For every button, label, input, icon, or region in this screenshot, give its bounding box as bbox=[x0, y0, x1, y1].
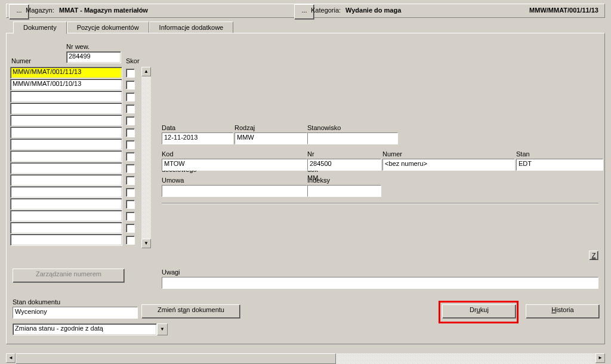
list-scrollbar[interactable]: ▲ ▼ bbox=[141, 67, 151, 248]
scroll-left-icon[interactable]: ◄ bbox=[6, 353, 16, 363]
skor-checkbox[interactable] bbox=[126, 104, 135, 113]
magazyn-label: Magazyn: bbox=[26, 7, 54, 14]
nrwew-mm-field[interactable]: 284500 bbox=[307, 159, 381, 171]
indeksy-field[interactable] bbox=[307, 185, 381, 197]
numer-row[interactable] bbox=[10, 91, 122, 103]
numer-row[interactable] bbox=[10, 150, 122, 162]
historia-button[interactable]: Historia bbox=[526, 304, 600, 319]
skor-checkbox[interactable] bbox=[126, 116, 135, 125]
uwagi-label: Uwagi bbox=[162, 269, 180, 276]
historia-label: Historia bbox=[551, 306, 573, 313]
umowa-field[interactable] bbox=[162, 185, 307, 197]
numer-row[interactable] bbox=[10, 127, 122, 138]
numer-mm-field[interactable]: <bez numeru> bbox=[382, 159, 515, 171]
zmiana-stanu-value: Zmiana stanu - zgodnie z datą bbox=[13, 323, 157, 335]
nrwew-label: Nr wew. bbox=[66, 43, 90, 51]
skor-checkbox[interactable] bbox=[126, 140, 135, 149]
numer-row[interactable] bbox=[10, 198, 122, 210]
tab-informacje[interactable]: Informacje dodatkowe bbox=[149, 21, 234, 33]
skor-label: Skor bbox=[126, 57, 140, 65]
skor-checkbox[interactable] bbox=[126, 212, 135, 221]
skor-checkbox[interactable] bbox=[126, 224, 135, 233]
uwagi-field[interactable] bbox=[162, 277, 598, 289]
stanowisko-field[interactable] bbox=[307, 132, 398, 144]
scroll-up-icon[interactable]: ▲ bbox=[141, 67, 151, 76]
zmiana-stanu-dropdown[interactable]: Zmiana stanu - zgodnie z datą ▼ bbox=[13, 323, 168, 335]
skor-checkbox[interactable] bbox=[126, 92, 135, 101]
skor-checkbox[interactable] bbox=[126, 176, 135, 185]
scroll-down-icon[interactable]: ▼ bbox=[141, 239, 151, 248]
skor-checkbox[interactable] bbox=[126, 200, 135, 209]
zmien-stan-label: Zmień stan dokumentu bbox=[158, 306, 224, 313]
chevron-down-icon[interactable]: ▼ bbox=[157, 323, 168, 335]
umowa-label: Umowa bbox=[162, 177, 184, 184]
zmien-stan-button[interactable]: Zmień stan dokumentu bbox=[141, 304, 240, 319]
stan-dok-label: Stan dokumentu bbox=[13, 298, 60, 306]
tab-dokumenty[interactable]: Dokumenty bbox=[13, 21, 67, 34]
tab-strip: Dokumenty Pozycje dokumentów Informacje … bbox=[13, 21, 233, 33]
numer-row[interactable] bbox=[10, 222, 122, 234]
rodzaj-field[interactable]: MMW bbox=[234, 132, 307, 144]
kategoria-value: Wydanie do maga bbox=[345, 7, 401, 14]
data-wyst-field[interactable]: 12-11-2013 bbox=[162, 132, 233, 144]
stan-dok-field[interactable]: Wyceniony bbox=[13, 307, 138, 319]
numer-row[interactable] bbox=[10, 103, 122, 115]
tab-pozycje[interactable]: Pozycje dokumentów bbox=[67, 21, 149, 33]
skor-checkbox[interactable] bbox=[126, 69, 135, 78]
stan-mm-field[interactable]: EDT bbox=[516, 159, 603, 171]
skor-checkbox[interactable] bbox=[126, 236, 135, 245]
z-button-label: Z bbox=[592, 252, 596, 259]
kod-mag-field[interactable]: MTOW bbox=[162, 159, 307, 171]
skor-checkbox[interactable] bbox=[126, 128, 135, 137]
numer-row[interactable] bbox=[10, 186, 122, 198]
z-button[interactable]: Z bbox=[589, 251, 598, 260]
numer-row[interactable] bbox=[10, 174, 122, 186]
numer-row[interactable] bbox=[10, 210, 122, 222]
numer-row[interactable] bbox=[10, 162, 122, 174]
skor-checkbox[interactable] bbox=[126, 164, 135, 173]
doc-number: MMW/MMAT/001/11/13 bbox=[529, 7, 598, 14]
nrwew-field[interactable]: 284499 bbox=[66, 51, 121, 63]
numer-row[interactable] bbox=[10, 115, 122, 127]
numer-label: Numer bbox=[11, 57, 31, 65]
numer-row[interactable] bbox=[10, 234, 122, 246]
magazyn-value: MMAT - Magazyn materiałów bbox=[59, 7, 148, 14]
skor-checkbox[interactable] bbox=[126, 188, 135, 197]
numer-row[interactable]: MMW/MMAT/001/10/13 bbox=[10, 79, 122, 91]
skor-checkbox[interactable] bbox=[126, 152, 135, 161]
kategoria-label: Kategoria: bbox=[311, 7, 341, 14]
tab-body: Numer Nr wew. 284499 Skor MMW/MMAT/001/1… bbox=[6, 33, 605, 344]
numer-row[interactable]: MMW/MMAT/001/11/13 bbox=[10, 67, 122, 79]
skor-checkbox[interactable] bbox=[126, 81, 135, 90]
horizontal-scrollbar[interactable]: ◄ ► bbox=[6, 353, 605, 364]
scroll-right-icon[interactable]: ► bbox=[595, 353, 605, 363]
numer-row[interactable] bbox=[10, 138, 122, 150]
zarzadzanie-numerem-button[interactable]: Zarządzanie numerem bbox=[13, 269, 125, 283]
drukuj-highlight bbox=[439, 301, 519, 323]
